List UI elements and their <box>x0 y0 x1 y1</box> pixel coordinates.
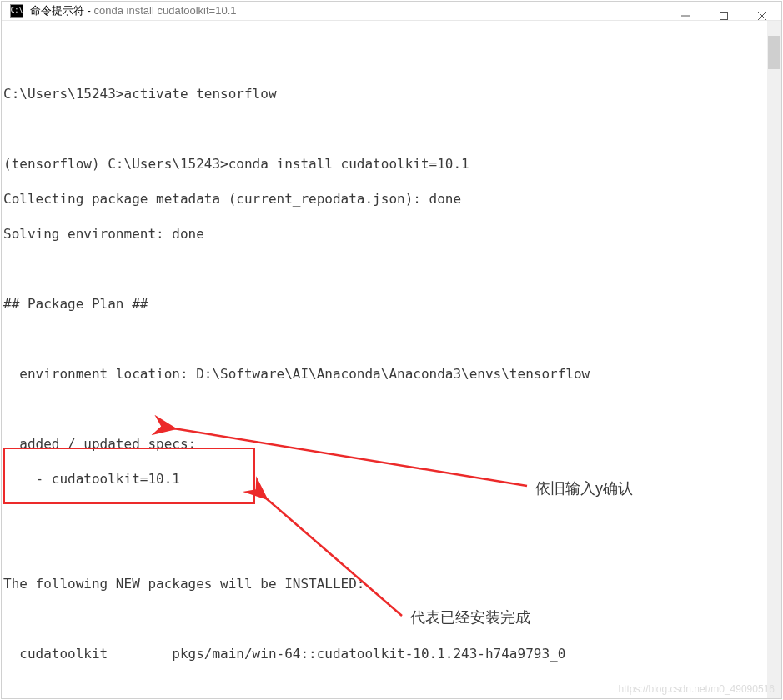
console-client-area: C:\Users\15243>activate tensorflow (tens… <box>2 21 781 698</box>
console-line: environment location: D:\Software\AI\Ana… <box>3 365 781 382</box>
console-line: Solving environment: done <box>3 225 781 242</box>
console-line: The following NEW packages will be INSTA… <box>3 575 781 592</box>
console-line: ## Package Plan ## <box>3 295 781 312</box>
annotation-label-1: 依旧输入y确认 <box>535 478 633 498</box>
console-line: (tensorflow) C:\Users\15243>conda instal… <box>3 155 781 172</box>
console-line: - cudatoolkit=10.1 <box>3 470 781 488</box>
console-output[interactable]: C:\Users\15243>activate tensorflow (tens… <box>2 21 781 698</box>
svg-rect-1 <box>720 12 728 20</box>
console-line: added / updated specs: <box>3 435 781 452</box>
window-title: 命令提示符 - conda install cudatoolkit=10.1 <box>30 3 237 18</box>
console-line: cudatoolkit pkgs/main/win-64::cudatoolki… <box>3 645 781 662</box>
annotation-label-2: 代表已经安装完成 <box>410 608 530 628</box>
titlebar[interactable]: C:\ 命令提示符 - conda install cudatoolkit=10… <box>2 2 781 21</box>
vertical-scrollbar[interactable] <box>767 21 781 698</box>
console-line: Collecting package metadata (current_rep… <box>3 190 781 208</box>
cmd-icon: C:\ <box>10 4 23 18</box>
command-prompt-window: C:\ 命令提示符 - conda install cudatoolkit=10… <box>1 1 782 699</box>
console-line: C:\Users\15243>activate tensorflow <box>3 85 781 102</box>
scrollbar-thumb[interactable] <box>768 36 780 69</box>
watermark: https://blog.csdn.net/m0_49090516 <box>619 683 775 695</box>
